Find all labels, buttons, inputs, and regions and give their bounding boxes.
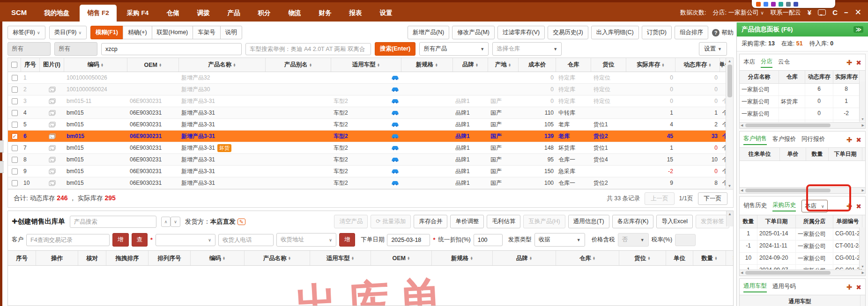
mini-column-header[interactable]: 下单日期 <box>829 148 862 160</box>
mini-column-header[interactable]: 数量 <box>740 215 757 228</box>
address-select[interactable]: 收货地址∨ <box>276 233 336 247</box>
order-column-header[interactable]: 核对 <box>78 251 106 266</box>
tax-included-select[interactable]: 否▼ <box>618 233 649 247</box>
scroll-down-arrow[interactable]: ▼ <box>728 184 732 188</box>
filter-all-1[interactable]: 所有 <box>7 42 51 56</box>
scroll-down-arrow[interactable]: ▼ <box>861 265 864 268</box>
order-action-button[interactable]: 单价调整 <box>450 215 484 228</box>
vertical-scrollbar[interactable]: ▼ <box>859 227 865 269</box>
column-header[interactable]: 成本价 <box>519 58 556 72</box>
menu-item-报表[interactable]: 报表 <box>341 5 369 22</box>
panel-tab-客户销售[interactable]: 客户销售 <box>743 135 767 145</box>
product-row[interactable]: 21001000050024新增产品300待定库待定位00 <box>8 84 733 95</box>
order-column-header[interactable]: 拖拽排序 <box>106 251 148 266</box>
history-row[interactable]: 102024-09-20一家新公司CG-001-24 <box>740 253 865 265</box>
toolbar-action-button[interactable]: 订货(D) <box>642 26 672 39</box>
order-column-header[interactable]: 单位 <box>666 251 693 266</box>
branch-selector[interactable]: 分店: 一家新公司 ∨ <box>713 8 764 17</box>
tax-rate-input[interactable] <box>675 234 696 246</box>
horizontal-scrollbar[interactable]: ◀▶ <box>740 122 865 128</box>
row-checkbox[interactable] <box>12 168 18 175</box>
panel-tab-通用车型[interactable]: 通用车型 <box>743 282 767 292</box>
scroll-up-arrow[interactable]: ▲ <box>728 59 732 63</box>
order-column-header[interactable]: 产品名称 ▲▼ <box>245 251 310 266</box>
close-icon[interactable]: ✖ <box>856 204 861 209</box>
column-header[interactable]: 实际库存 ▲▼ <box>626 58 675 72</box>
toolbar-action-button[interactable]: 组合排序 <box>675 26 708 39</box>
scroll-left-arrow[interactable]: ◀ <box>741 124 743 127</box>
history-row[interactable]: 12024-09-07一家新公司CG-001-24 <box>740 265 865 270</box>
search-button[interactable]: 搜索(Enter) <box>375 42 415 56</box>
order-column-header[interactable]: 仓库 ▲▼ <box>556 251 619 266</box>
row-checkbox[interactable] <box>12 157 18 163</box>
column-header[interactable]: 产品名称 ▲▼ <box>179 58 266 72</box>
row-checkbox[interactable] <box>12 145 18 151</box>
order-column-header[interactable]: 实售单价 <box>726 251 733 266</box>
contact-link[interactable]: 联系一配云 <box>771 8 801 17</box>
branch-stock-row[interactable]: 一家新公司坏货库01 <box>740 96 865 108</box>
row-checkbox[interactable] <box>12 98 18 104</box>
step-down-button[interactable]: ∨ <box>171 217 180 227</box>
order-action-button[interactable]: 清空产品 <box>334 215 368 228</box>
order-action-button[interactable]: 导入Excel <box>656 215 693 228</box>
order-action-button[interactable]: 库存合并 <box>414 215 447 228</box>
extension-icon[interactable] <box>786 2 791 7</box>
panel-tab-同行报价[interactable]: 同行报价 <box>801 135 825 145</box>
horizontal-scrollbar[interactable]: ◀▶ <box>740 270 865 276</box>
column-header[interactable]: 品牌 ▲▼ <box>453 58 488 72</box>
panel-tab-销售历史[interactable]: 销售历史 <box>743 202 767 211</box>
order-product-search-input[interactable] <box>70 216 156 228</box>
order-table-scroll-arrow[interactable]: ▲ <box>726 211 733 226</box>
column-header[interactable]: 货位 <box>591 58 626 72</box>
menu-item-产品[interactable]: 产品 <box>220 5 247 22</box>
product-row[interactable]: 7bm01506E9030231新增产品3-31坏货车型2品牌1国产148坏货库… <box>8 142 733 154</box>
close-icon[interactable]: ✖ <box>856 137 861 143</box>
toolbar-action-button[interactable]: 修改产品(M) <box>452 26 495 39</box>
toolbar-action-button[interactable]: 新增产品(N) <box>408 26 449 39</box>
query-customer-button[interactable]: 查 <box>132 233 148 247</box>
scroll-right-arrow[interactable]: ▶ <box>862 124 864 127</box>
order-action-button[interactable]: 互换产品(H) <box>523 215 565 228</box>
add-icon[interactable]: ✚ <box>846 60 853 66</box>
scroll-thumb[interactable] <box>745 189 831 192</box>
order-column-header[interactable]: 数量 ▲▼ <box>693 251 726 266</box>
column-header[interactable]: OEM ▲▼ <box>127 58 179 72</box>
mini-column-header[interactable]: 分店名称 <box>740 71 779 83</box>
product-row[interactable]: 11001000050026新增产品320待定库待定位00 <box>8 72 733 84</box>
add-address-button[interactable]: 增 <box>339 233 356 247</box>
menu-item-仓储[interactable]: 仓储 <box>159 5 186 22</box>
toolbar-dropdown-button[interactable]: 标签(F8) ∨ <box>7 26 45 39</box>
order-column-header[interactable]: 适用车型 ▲▼ <box>310 251 371 266</box>
panel-tab-采购历史[interactable]: 采购历史 <box>772 201 796 211</box>
row-checkbox[interactable] <box>12 122 18 128</box>
mini-column-header[interactable]: 数量 <box>806 148 829 160</box>
row-checkbox[interactable] <box>12 75 18 81</box>
next-page-button[interactable]: 下一页 <box>698 192 728 205</box>
order-action-button[interactable]: 毛利估算 <box>487 215 520 228</box>
extension-icon[interactable] <box>764 2 768 7</box>
order-column-header[interactable]: 货位 ▲▼ <box>619 251 666 266</box>
scroll-right-arrow[interactable]: ▶ <box>862 271 864 275</box>
scroll-down-arrow[interactable]: ▼ <box>861 117 864 121</box>
menu-item-财务[interactable]: 财务 <box>311 5 339 22</box>
invoice-type-select[interactable]: 收据▼ <box>534 233 585 247</box>
row-checkbox[interactable] <box>12 87 18 93</box>
scroll-thumb[interactable] <box>745 124 831 127</box>
search-mode-button[interactable]: 联盟(Home) <box>152 26 193 39</box>
order-column-header[interactable]: OEM ▲▼ <box>371 251 432 266</box>
mini-column-header[interactable]: 单据编号 <box>833 215 862 228</box>
warehouse-filter-select[interactable]: 选择仓库▼ <box>492 42 562 56</box>
order-column-header[interactable]: 操作 <box>36 251 78 266</box>
search-mode-button[interactable]: 说明 <box>220 26 242 39</box>
mini-column-header[interactable]: 仓库 <box>779 71 805 83</box>
menu-item-我的地盘[interactable]: 我的地盘 <box>37 5 77 22</box>
column-header[interactable]: 新规格 ▲▼ <box>401 58 453 72</box>
product-row[interactable]: 4bm01506E9030231新增产品3-31车型2品牌1国产110中转库11… <box>8 107 733 119</box>
mini-column-header[interactable]: 动态库存 <box>805 71 833 83</box>
mini-column-header[interactable]: 通用车型 <box>740 295 861 306</box>
close-icon[interactable]: ✕ <box>855 7 861 17</box>
scroll-thumb[interactable] <box>745 271 831 275</box>
column-header[interactable]: 动态库存 ▲▼ <box>675 58 720 72</box>
mini-column-header[interactable]: 实际库存 <box>833 71 860 83</box>
mini-column-header[interactable]: 下单日期 <box>757 215 796 228</box>
